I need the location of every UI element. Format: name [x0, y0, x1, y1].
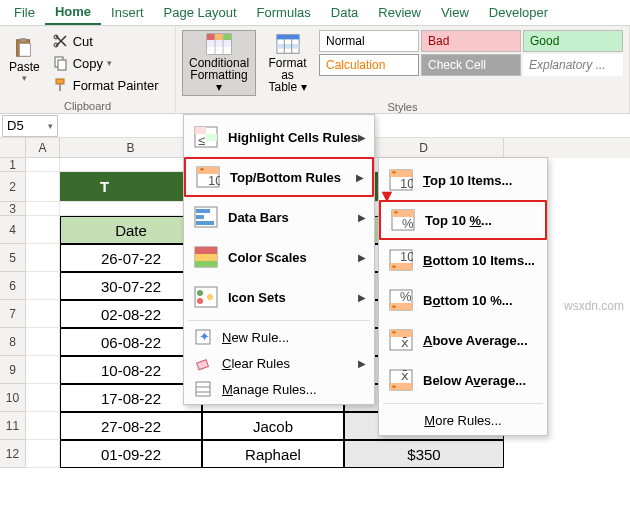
svg-point-40: [207, 294, 213, 300]
row-header[interactable]: 2: [0, 172, 26, 202]
svg-text:x̄: x̄: [401, 335, 409, 350]
row-header[interactable]: 3: [0, 202, 26, 216]
icon-sets-icon: [194, 286, 218, 308]
tab-developer[interactable]: Developer: [479, 1, 558, 24]
tab-formulas[interactable]: Formulas: [247, 1, 321, 24]
data-cell[interactable]: 17-08-22: [60, 384, 202, 412]
row-header[interactable]: 8: [0, 328, 26, 356]
data-cell[interactable]: 06-08-22: [60, 328, 202, 356]
data-cell[interactable]: Jacob: [202, 412, 344, 440]
svg-rect-7: [56, 79, 64, 84]
chevron-down-icon[interactable]: ▾: [48, 121, 53, 131]
svg-rect-36: [195, 261, 217, 267]
menu-label: Top 10 Items...: [423, 173, 512, 188]
tab-file[interactable]: File: [4, 1, 45, 24]
svg-text:✦: ✦: [199, 329, 210, 344]
svg-rect-24: [206, 134, 217, 141]
tab-page-layout[interactable]: Page Layout: [154, 1, 247, 24]
data-cell[interactable]: 27-08-22: [60, 412, 202, 440]
tab-insert[interactable]: Insert: [101, 1, 154, 24]
menu-label: Icon Sets: [228, 290, 286, 305]
data-cell[interactable]: 10-08-22: [60, 356, 202, 384]
row-header[interactable]: 10: [0, 384, 26, 412]
tab-review[interactable]: Review: [368, 1, 431, 24]
format-as-table-button[interactable]: Format asTable ▾: [260, 30, 315, 96]
cell-styles-gallery[interactable]: Normal Bad Good Calculation Check Cell E…: [317, 28, 625, 78]
menu-manage-rules[interactable]: Manage Rules...: [184, 376, 374, 402]
data-cell[interactable]: 01-09-22: [60, 440, 202, 468]
row-header[interactable]: 12: [0, 440, 26, 468]
format-painter-button[interactable]: Format Painter: [49, 74, 163, 96]
row-header[interactable]: 7: [0, 300, 26, 328]
menu-top-10-items[interactable]: 10 Top 10 Items...: [379, 160, 547, 200]
annotation-arrow: ▼: [378, 186, 396, 207]
data-cell[interactable]: 02-08-22: [60, 300, 202, 328]
data-cell[interactable]: $350: [344, 440, 504, 468]
data-cell[interactable]: 26-07-22: [60, 244, 202, 272]
svg-text:x̄: x̄: [401, 369, 409, 383]
svg-point-39: [197, 298, 203, 304]
menu-color-scales[interactable]: Color Scales ▶: [184, 237, 374, 277]
style-normal[interactable]: Normal: [319, 30, 419, 52]
menu-icon-sets[interactable]: Icon Sets ▶: [184, 277, 374, 317]
menu-clear-rules[interactable]: Clear Rules ▶: [184, 350, 374, 376]
conditional-formatting-menu: ≤ Highlight Cells Rules ▶ 10 Top/Bottom …: [183, 114, 375, 405]
copy-button[interactable]: Copy ▾: [49, 52, 163, 74]
menu-top-10-percent[interactable]: % Top 10 %...: [379, 200, 547, 240]
svg-text:%: %: [402, 216, 414, 231]
top-10-percent-icon: %: [391, 209, 415, 231]
paste-label: Paste: [9, 61, 40, 73]
svg-rect-37: [195, 287, 217, 307]
row-header[interactable]: 6: [0, 272, 26, 300]
conditional-formatting-button[interactable]: ConditionalFormatting ▾: [182, 30, 256, 96]
cut-button[interactable]: Cut: [49, 30, 163, 52]
menu-label: More Rules...: [424, 413, 501, 428]
row-header[interactable]: 11: [0, 412, 26, 440]
svg-text:10: 10: [400, 176, 413, 191]
menu-highlight-cells-rules[interactable]: ≤ Highlight Cells Rules ▶: [184, 117, 374, 157]
style-calculation[interactable]: Calculation: [319, 54, 419, 76]
tab-view[interactable]: View: [431, 1, 479, 24]
top-bottom-icon: 10: [196, 166, 220, 188]
style-bad[interactable]: Bad: [421, 30, 521, 52]
header-date-cell[interactable]: Date: [60, 216, 202, 244]
menu-data-bars[interactable]: Data Bars ▶: [184, 197, 374, 237]
menu-more-rules[interactable]: More Rules...: [379, 407, 547, 433]
style-explanatory[interactable]: Explanatory ...: [523, 54, 623, 76]
menu-bottom-10-items[interactable]: 10 Bottom 10 Items...: [379, 240, 547, 280]
svg-rect-19: [276, 44, 298, 49]
svg-rect-30: [196, 209, 210, 213]
svg-rect-34: [195, 247, 217, 254]
col-header-a[interactable]: A: [26, 138, 60, 158]
svg-rect-14: [207, 47, 231, 54]
paste-button[interactable]: Paste ▾: [4, 34, 45, 86]
tab-home[interactable]: Home: [45, 0, 101, 25]
row-header[interactable]: 4: [0, 216, 26, 244]
name-box[interactable]: D5 ▾: [2, 115, 58, 137]
data-cell[interactable]: 30-07-22: [60, 272, 202, 300]
chevron-right-icon: ▶: [358, 212, 366, 223]
row-header[interactable]: 5: [0, 244, 26, 272]
tab-data[interactable]: Data: [321, 1, 368, 24]
menu-label: Data Bars: [228, 210, 289, 225]
style-check-cell[interactable]: Check Cell: [421, 54, 521, 76]
menu-bottom-10-percent[interactable]: % Bottom 10 %...: [379, 280, 547, 320]
col-header-b[interactable]: B: [60, 138, 202, 158]
top-bottom-submenu: 10 Top 10 Items... % Top 10 %... 10 Bott…: [378, 157, 548, 436]
menu-top-bottom-rules[interactable]: 10 Top/Bottom Rules ▶: [184, 157, 374, 197]
clear-rules-icon: [194, 354, 212, 372]
row-header[interactable]: 1: [0, 158, 26, 172]
svg-rect-6: [58, 60, 66, 70]
menu-new-rule[interactable]: ✦ New Rule...: [184, 324, 374, 350]
chevron-right-icon: ▶: [358, 252, 366, 263]
data-cell[interactable]: Raphael: [202, 440, 344, 468]
chevron-right-icon: ▶: [358, 292, 366, 303]
menu-below-average[interactable]: x̄ Below Average...: [379, 360, 547, 400]
bottom-10-items-icon: 10: [389, 249, 413, 271]
style-good[interactable]: Good: [523, 30, 623, 52]
highlight-cells-icon: ≤: [194, 126, 218, 148]
menu-above-average[interactable]: x̄ Above Average...: [379, 320, 547, 360]
select-all-triangle[interactable]: [0, 138, 26, 158]
ribbon-body: Paste ▾ Cut Copy ▾ Format Painter C: [0, 26, 630, 114]
row-header[interactable]: 9: [0, 356, 26, 384]
